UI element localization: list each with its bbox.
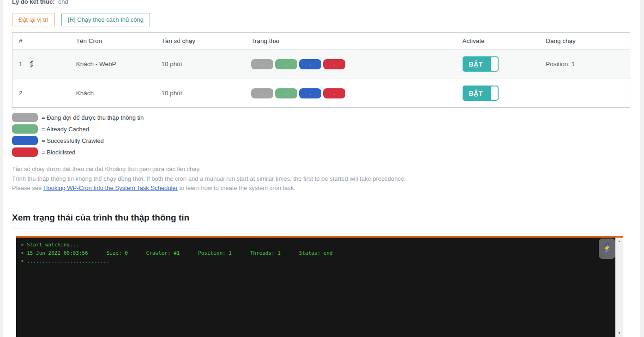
legend-swatch-waiting [12, 113, 38, 122]
list-item: = Successfully Crawled [12, 136, 144, 145]
status-badge-cached: - [275, 59, 297, 69]
crawler-console: > Start watching... > 15 Jun 2022 00:03:… [16, 236, 623, 337]
note-line: Please see Hooking WP-Cron Into the Syst… [12, 184, 406, 193]
table-row: 1 Khách - WebP 10 phút - - - - BẬT [12, 49, 630, 79]
note-text: Please see [12, 184, 43, 191]
admin-left-gutter [0, 0, 3, 337]
cron-name: Khách - WebP [70, 61, 155, 67]
header-status: Trạng thái [245, 37, 454, 44]
table-row: 2 Khách 10 phút - - - - BẬT [12, 79, 630, 107]
console-line: > ........................... [21, 258, 109, 264]
page-scrollbar[interactable] [640, 0, 644, 337]
header-cron-name: Tên Cron [70, 37, 155, 44]
row-index-cell: 2 [12, 90, 70, 97]
header-index: # [12, 37, 70, 44]
status-cell: - - - - [245, 59, 454, 69]
list-item: = Already Cached [12, 124, 144, 134]
scroll-down-icon[interactable]: ▼ [615, 330, 623, 337]
note-text: to learn how to create the system cron t… [178, 184, 295, 191]
legend-swatch-cached [12, 124, 38, 134]
status-cell: - - - - [245, 88, 454, 98]
console-output: > Start watching... > 15 Jun 2022 00:03:… [16, 238, 623, 265]
activate-cell: BẬT [455, 56, 538, 72]
litespeed-logo-icon [601, 242, 613, 256]
legend-label: = Đang đợi để được thu thập thông tin [42, 114, 144, 121]
row-index: 2 [19, 90, 23, 97]
activate-toggle[interactable]: BẬT [463, 56, 499, 72]
list-item: = Đang đợi để được thu thập thông tin [12, 113, 144, 122]
toggle-knob [491, 86, 498, 100]
reset-position-button[interactable]: Đặt lại vị trí [12, 13, 55, 26]
status-badge-crawled: - [299, 88, 321, 98]
end-reason: Lý do kết thúc: end [12, 0, 68, 5]
cron-table: # Tên Cron Tần số chạy Trạng thái Activa… [12, 32, 630, 108]
row-index: 1 [19, 61, 23, 67]
legend-label: = Blocklisted [42, 149, 75, 156]
activate-toggle[interactable]: BẬT [463, 86, 499, 101]
scroll-up-icon[interactable]: ▲ [615, 238, 623, 245]
cron-table-header: # Tên Cron Tần số chạy Trạng thái Activa… [12, 33, 630, 49]
legend-label: = Successfully Crawled [42, 137, 104, 144]
toggle-knob [491, 57, 498, 71]
header-frequency: Tần số chạy [155, 37, 245, 44]
status-badge-blocklisted: - [323, 59, 345, 69]
note-line: Trình thu thập thông tin không thể chạy … [12, 174, 406, 184]
cron-name: Khách [70, 90, 155, 97]
activate-cell: BẬT [455, 86, 538, 101]
legend-label: = Already Cached [42, 126, 89, 133]
row-index-cell: 1 [12, 60, 70, 68]
manual-run-button[interactable]: [R] Chạy theo cách thủ công [61, 13, 150, 26]
cron-frequency: 10 phút [155, 90, 245, 97]
end-reason-value: end [58, 0, 68, 5]
console-scrollbar[interactable]: ▲ ▼ [615, 238, 623, 337]
status-badge-waiting: - [251, 59, 273, 69]
litespeed-badge [599, 239, 615, 259]
note-line: Tần số chạy được đặt theo cài đặt Khoảng… [12, 165, 406, 174]
crawler-notes: Tần số chạy được đặt theo cài đặt Khoảng… [12, 165, 406, 193]
status-badge-crawled: - [299, 59, 321, 69]
list-item: = Blocklisted [12, 147, 144, 157]
header-activate: Activate [455, 37, 538, 44]
status-legend: = Đang đợi để được thu thập thông tin = … [12, 113, 144, 159]
litespeed-icon [28, 60, 36, 68]
cron-frequency: 10 phút [155, 61, 245, 67]
console-line: > 15 Jun 2022 00:03:56 Size: 0 Crawler: … [21, 250, 333, 256]
status-badge-blocklisted: - [323, 88, 345, 98]
legend-swatch-blocklisted [12, 147, 38, 157]
wpcron-doc-link[interactable]: Hooking WP-Cron Into the System Task Sch… [43, 184, 178, 191]
running-position: Position: 1 [537, 61, 630, 67]
toggle-label: BẬT [463, 61, 489, 68]
toggle-label: BẬT [463, 90, 489, 97]
status-badge-waiting: - [251, 88, 273, 98]
crawler-toolbar: Đặt lại vị trí [R] Chạy theo cách thủ cô… [12, 13, 150, 26]
end-reason-label: Lý do kết thúc: [12, 0, 54, 5]
legend-swatch-crawled [12, 136, 38, 145]
watcher-heading: Xem trạng thái của trình thu thập thông … [12, 213, 200, 228]
console-line: > Start watching... [21, 242, 79, 248]
header-running: Đang chạy [537, 37, 630, 44]
status-badge-cached: - [275, 88, 297, 98]
